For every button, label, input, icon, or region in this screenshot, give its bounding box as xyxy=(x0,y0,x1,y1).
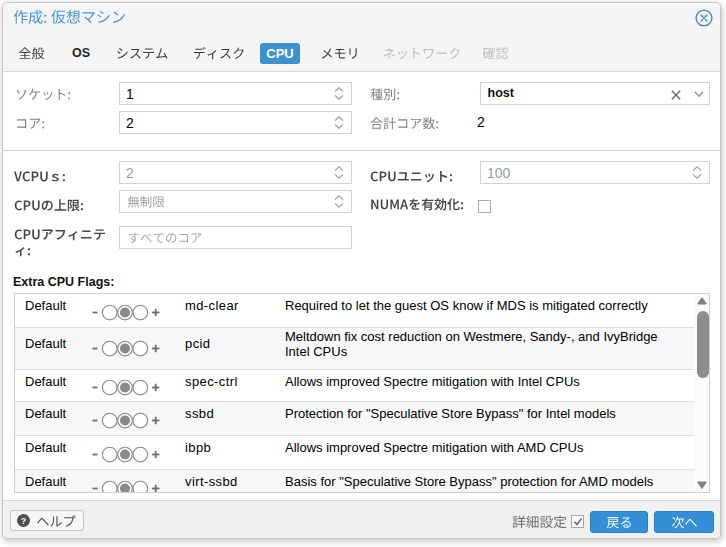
svg-text:?: ? xyxy=(21,516,27,526)
